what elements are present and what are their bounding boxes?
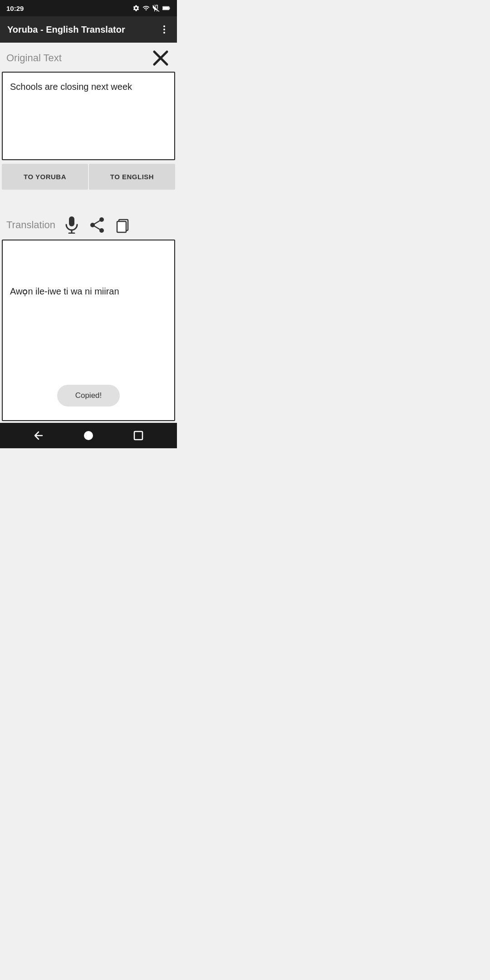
to-yoruba-button[interactable]: TO YORUBA xyxy=(2,164,88,190)
svg-point-5 xyxy=(163,32,165,34)
translation-text: Awọn ile-iwe ti wa ni miiran xyxy=(10,286,167,297)
svg-rect-19 xyxy=(134,431,142,440)
svg-rect-1 xyxy=(169,7,170,9)
home-button[interactable] xyxy=(79,426,98,445)
app-bar: Yoruba - English Translator xyxy=(0,16,177,43)
copy-button[interactable] xyxy=(112,214,133,236)
signal-icon xyxy=(152,5,160,12)
translate-buttons: TO YORUBA TO ENGLISH xyxy=(0,164,177,191)
status-bar: 10:29 xyxy=(0,0,177,16)
battery-icon xyxy=(162,5,171,11)
translation-label: Translation xyxy=(6,219,55,231)
microphone-button[interactable] xyxy=(61,214,83,236)
original-text-input[interactable]: Schools are closing next week xyxy=(2,72,175,160)
back-button[interactable] xyxy=(29,426,48,445)
svg-line-15 xyxy=(93,225,102,230)
svg-rect-17 xyxy=(117,221,126,232)
gear-icon xyxy=(132,5,140,12)
to-english-button[interactable]: TO ENGLISH xyxy=(89,164,175,190)
translation-section: Translation xyxy=(0,210,177,240)
copied-toast: Copied! xyxy=(57,385,120,407)
status-time: 10:29 xyxy=(6,5,24,12)
original-text-header: Original Text xyxy=(0,43,177,72)
translation-header: Translation xyxy=(0,210,177,240)
svg-rect-2 xyxy=(163,7,169,10)
svg-rect-8 xyxy=(69,216,74,226)
original-text-label: Original Text xyxy=(6,52,62,64)
more-vertical-icon[interactable] xyxy=(159,24,170,35)
svg-point-4 xyxy=(163,29,165,30)
status-icons xyxy=(132,5,171,12)
svg-point-18 xyxy=(84,431,93,440)
wifi-icon xyxy=(142,5,150,12)
translation-output-box: Awọn ile-iwe ti wa ni miiran Copied! xyxy=(2,240,175,421)
translation-output-container: Awọn ile-iwe ti wa ni miiran Copied! xyxy=(0,240,177,423)
recent-apps-button[interactable] xyxy=(129,426,147,445)
svg-line-14 xyxy=(93,220,102,225)
share-button[interactable] xyxy=(86,214,108,236)
original-text-container: Schools are closing next week xyxy=(0,72,177,164)
nav-bar xyxy=(0,423,177,448)
clear-button[interactable] xyxy=(151,48,171,68)
app-title: Yoruba - English Translator xyxy=(7,24,125,35)
spacer xyxy=(0,191,177,210)
svg-point-3 xyxy=(163,25,165,27)
